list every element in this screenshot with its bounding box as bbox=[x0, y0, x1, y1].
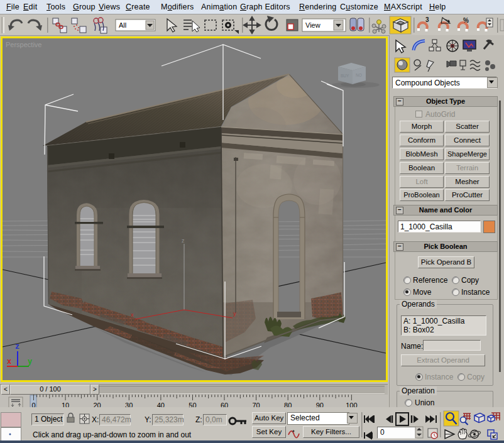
svg-text:Perspective: Perspective bbox=[6, 41, 41, 48]
svg-text:y: y bbox=[233, 310, 236, 317]
svg-text:x: x bbox=[131, 312, 134, 318]
svg-text:x: x bbox=[7, 358, 11, 366]
svg-text:z: z bbox=[182, 238, 185, 244]
svg-text:%: % bbox=[463, 17, 469, 24]
svg-text:All: All bbox=[119, 21, 126, 29]
svg-text:BUY: BUY bbox=[341, 74, 349, 78]
svg-text:View: View bbox=[305, 21, 320, 29]
svg-text:z: z bbox=[15, 342, 19, 351]
svg-text:3: 3 bbox=[425, 16, 429, 23]
svg-text:y: y bbox=[28, 358, 32, 366]
svg-text:NO: NO bbox=[356, 73, 362, 77]
